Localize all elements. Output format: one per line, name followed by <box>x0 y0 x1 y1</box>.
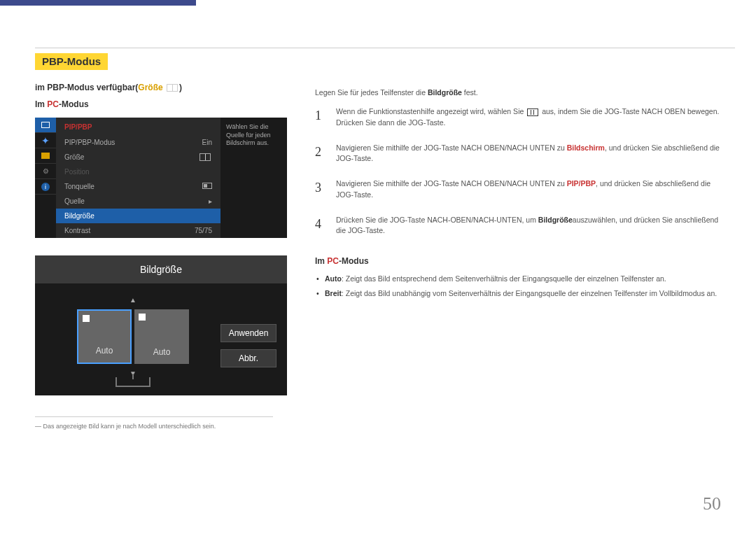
step-1: 1 Wenn die Funktionstastenhilfe angezeig… <box>315 106 721 129</box>
section-title: PBP-Modus <box>35 53 108 70</box>
pbp-split-icon <box>167 84 178 92</box>
osd-row-position: Position <box>56 164 220 179</box>
sound-icon <box>202 183 212 189</box>
step-2: 2 Navigieren Sie mithilfe der JOG-Taste … <box>315 143 721 165</box>
step-3: 3 Navigieren Sie mithilfe der JOG-Taste … <box>315 178 721 201</box>
cancel-button: Abbr. <box>220 349 276 367</box>
menu-icon <box>527 108 538 116</box>
section-title-text: PBP-Modus <box>42 55 101 67</box>
aspect-icon <box>83 315 90 322</box>
right-column: Legen Sie für jedes Teilfenster die Bild… <box>315 53 721 430</box>
availability-note: im PBP-Modus verfügbar(Größe ) <box>35 83 287 92</box>
sidebar-icon-onscreen <box>35 148 56 164</box>
osd2-title: Bildgröße <box>35 255 287 283</box>
arrow-up-icon: ▲ <box>46 296 220 304</box>
sidebar-icon-picture <box>35 118 56 133</box>
osd-row-sound: Tonquelle <box>56 179 220 194</box>
osd-row-source: Quelle▸ <box>56 194 220 209</box>
osd-menu-pip-pbp: ✦ ⚙ i PIP/PBP PIP/PBP-ModusEin Größe Pos… <box>35 118 287 238</box>
sidebar-icon-info: i <box>35 179 56 195</box>
osd-main: PIP/PBP PIP/PBP-ModusEin Größe Position … <box>56 118 220 238</box>
top-divider <box>35 48 735 48</box>
steps-list: 1 Wenn die Funktionstastenhilfe angezeig… <box>315 106 721 237</box>
aspect-icon <box>139 314 146 321</box>
pc-mode-header-2: Im PC-Modus <box>315 256 721 266</box>
apply-button: Anwenden <box>220 324 276 342</box>
osd-row-size: Größe <box>56 150 220 164</box>
size-icon <box>200 153 211 161</box>
osd2-monitor: ▲ Auto Auto ▼ <box>46 296 220 387</box>
intro-text: Legen Sie für jedes Teilfenster die Bild… <box>315 88 721 97</box>
option-breit: Breit: Zeigt das Bild unabhängig vom Sei… <box>315 288 721 300</box>
left-column: PBP-Modus im PBP-Modus verfügbar(Größe )… <box>35 53 287 430</box>
option-auto: Auto: Zeigt das Bild entsprechend dem Se… <box>315 273 721 285</box>
osd-tooltip: Wählen Sie die Quelle für jeden Bildschi… <box>220 118 287 238</box>
pc-mode-header: Im PC-Modus <box>35 99 287 109</box>
screen-right: Auto <box>134 309 189 364</box>
sidebar-icon-pip: ✦ <box>35 133 56 148</box>
footnote: ― Das angezeigte Bild kann je nach Model… <box>35 416 273 430</box>
osd-bildgroesse: Bildgröße ▲ Auto Auto ▼ <box>35 255 287 395</box>
screen-left: Auto <box>77 309 132 364</box>
osd-row-contrast: Kontrast75/75 <box>56 223 220 238</box>
page-number: 50 <box>703 493 721 514</box>
osd-row-mode: PIP/PBP-ModusEin <box>56 135 220 150</box>
monitor-stand-icon <box>115 377 150 387</box>
step-4: 4 Drücken Sie die JOG-Taste NACH-OBEN/NA… <box>315 215 721 237</box>
osd-sidebar: ✦ ⚙ i <box>35 118 56 238</box>
sidebar-icon-settings: ⚙ <box>35 164 56 179</box>
osd-header: PIP/PBP <box>56 118 220 135</box>
color-bar <box>0 0 196 6</box>
options-list: Auto: Zeigt das Bild entsprechend dem Se… <box>315 273 721 300</box>
osd-row-imagesize: Bildgröße <box>56 209 220 223</box>
